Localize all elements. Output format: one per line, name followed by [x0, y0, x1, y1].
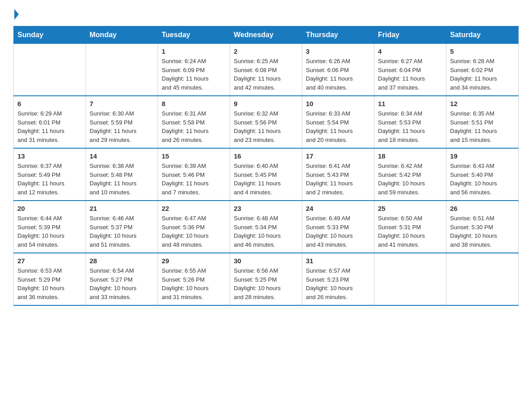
day-info: Sunrise: 6:28 AM Sunset: 6:02 PM Dayligh…	[450, 57, 515, 92]
weekday-header-monday: Monday	[86, 26, 158, 44]
day-info: Sunrise: 6:24 AM Sunset: 6:09 PM Dayligh…	[162, 57, 226, 92]
day-number: 13	[17, 152, 82, 160]
day-info: Sunrise: 6:42 AM Sunset: 5:42 PM Dayligh…	[378, 162, 442, 197]
day-number: 24	[306, 205, 370, 212]
page-header	[13, 9, 519, 21]
day-number: 18	[378, 152, 442, 160]
day-info: Sunrise: 6:34 AM Sunset: 5:53 PM Dayligh…	[378, 109, 442, 144]
calendar-cell	[86, 44, 158, 96]
day-number: 30	[234, 257, 298, 265]
day-number: 19	[450, 152, 515, 160]
calendar-cell: 18Sunrise: 6:42 AM Sunset: 5:42 PM Dayli…	[374, 148, 446, 201]
weekday-header-wednesday: Wednesday	[230, 26, 302, 44]
calendar-cell: 29Sunrise: 6:55 AM Sunset: 5:26 PM Dayli…	[158, 253, 230, 305]
day-number: 8	[162, 100, 226, 107]
calendar-cell: 27Sunrise: 6:53 AM Sunset: 5:29 PM Dayli…	[14, 253, 86, 305]
day-info: Sunrise: 6:35 AM Sunset: 5:51 PM Dayligh…	[450, 109, 515, 144]
day-number: 31	[306, 257, 370, 265]
day-info: Sunrise: 6:51 AM Sunset: 5:30 PM Dayligh…	[450, 214, 515, 249]
calendar-cell: 16Sunrise: 6:40 AM Sunset: 5:45 PM Dayli…	[230, 148, 302, 201]
weekday-header-tuesday: Tuesday	[158, 26, 230, 44]
day-number: 25	[378, 205, 442, 212]
weekday-header-saturday: Saturday	[446, 26, 519, 44]
day-number: 9	[234, 100, 298, 107]
calendar-cell: 13Sunrise: 6:37 AM Sunset: 5:49 PM Dayli…	[14, 148, 86, 201]
calendar-cell	[14, 44, 86, 96]
weekday-header-thursday: Thursday	[302, 26, 374, 44]
day-info: Sunrise: 6:46 AM Sunset: 5:37 PM Dayligh…	[90, 214, 154, 249]
day-number: 7	[90, 100, 154, 107]
day-number: 1	[162, 47, 226, 55]
day-info: Sunrise: 6:40 AM Sunset: 5:45 PM Dayligh…	[234, 162, 298, 197]
calendar-cell: 20Sunrise: 6:44 AM Sunset: 5:39 PM Dayli…	[14, 201, 86, 253]
calendar-week-row: 1Sunrise: 6:24 AM Sunset: 6:09 PM Daylig…	[14, 44, 519, 96]
day-number: 28	[90, 257, 154, 265]
day-info: Sunrise: 6:48 AM Sunset: 5:34 PM Dayligh…	[234, 214, 298, 249]
day-info: Sunrise: 6:38 AM Sunset: 5:48 PM Dayligh…	[90, 162, 154, 197]
calendar-cell: 8Sunrise: 6:31 AM Sunset: 5:58 PM Daylig…	[158, 96, 230, 148]
calendar-cell: 24Sunrise: 6:49 AM Sunset: 5:33 PM Dayli…	[302, 201, 374, 253]
weekday-header-friday: Friday	[374, 26, 446, 44]
calendar-cell: 22Sunrise: 6:47 AM Sunset: 5:36 PM Dayli…	[158, 201, 230, 253]
calendar-cell: 26Sunrise: 6:51 AM Sunset: 5:30 PM Dayli…	[446, 201, 519, 253]
calendar-cell: 14Sunrise: 6:38 AM Sunset: 5:48 PM Dayli…	[86, 148, 158, 201]
calendar-week-row: 13Sunrise: 6:37 AM Sunset: 5:49 PM Dayli…	[14, 148, 519, 201]
day-number: 10	[306, 100, 370, 107]
day-number: 3	[306, 47, 370, 55]
day-number: 5	[450, 47, 515, 55]
calendar-cell: 31Sunrise: 6:57 AM Sunset: 5:23 PM Dayli…	[302, 253, 374, 305]
day-number: 15	[162, 152, 226, 160]
day-info: Sunrise: 6:41 AM Sunset: 5:43 PM Dayligh…	[306, 162, 370, 197]
calendar-cell: 3Sunrise: 6:26 AM Sunset: 6:06 PM Daylig…	[302, 44, 374, 96]
day-number: 12	[450, 100, 515, 107]
logo-triangle-icon	[14, 9, 19, 20]
day-info: Sunrise: 6:50 AM Sunset: 5:31 PM Dayligh…	[378, 214, 442, 249]
day-number: 26	[450, 205, 515, 212]
day-info: Sunrise: 6:26 AM Sunset: 6:06 PM Dayligh…	[306, 57, 370, 92]
calendar-cell	[374, 253, 446, 305]
calendar-cell: 2Sunrise: 6:25 AM Sunset: 6:08 PM Daylig…	[230, 44, 302, 96]
day-info: Sunrise: 6:44 AM Sunset: 5:39 PM Dayligh…	[17, 214, 82, 249]
day-number: 17	[306, 152, 370, 160]
day-info: Sunrise: 6:43 AM Sunset: 5:40 PM Dayligh…	[450, 162, 515, 197]
day-info: Sunrise: 6:32 AM Sunset: 5:56 PM Dayligh…	[234, 109, 298, 144]
day-number: 23	[234, 205, 298, 212]
calendar-cell: 30Sunrise: 6:56 AM Sunset: 5:25 PM Dayli…	[230, 253, 302, 305]
day-number: 4	[378, 47, 442, 55]
calendar-cell: 19Sunrise: 6:43 AM Sunset: 5:40 PM Dayli…	[446, 148, 519, 201]
calendar-cell: 9Sunrise: 6:32 AM Sunset: 5:56 PM Daylig…	[230, 96, 302, 148]
calendar-cell: 17Sunrise: 6:41 AM Sunset: 5:43 PM Dayli…	[302, 148, 374, 201]
calendar-cell: 21Sunrise: 6:46 AM Sunset: 5:37 PM Dayli…	[86, 201, 158, 253]
day-number: 6	[17, 100, 82, 107]
day-info: Sunrise: 6:57 AM Sunset: 5:23 PM Dayligh…	[306, 266, 370, 301]
day-number: 16	[234, 152, 298, 160]
day-info: Sunrise: 6:54 AM Sunset: 5:27 PM Dayligh…	[90, 266, 154, 301]
calendar-week-row: 20Sunrise: 6:44 AM Sunset: 5:39 PM Dayli…	[14, 201, 519, 253]
calendar-cell	[446, 253, 519, 305]
day-number: 2	[234, 47, 298, 55]
day-info: Sunrise: 6:27 AM Sunset: 6:04 PM Dayligh…	[378, 57, 442, 92]
day-number: 22	[162, 205, 226, 212]
day-number: 14	[90, 152, 154, 160]
logo	[13, 9, 19, 21]
calendar-cell: 28Sunrise: 6:54 AM Sunset: 5:27 PM Dayli…	[86, 253, 158, 305]
calendar-table: SundayMondayTuesdayWednesdayThursdayFrid…	[13, 26, 519, 306]
day-number: 29	[162, 257, 226, 265]
day-number: 21	[90, 205, 154, 212]
day-info: Sunrise: 6:29 AM Sunset: 6:01 PM Dayligh…	[17, 109, 82, 144]
calendar-cell: 7Sunrise: 6:30 AM Sunset: 5:59 PM Daylig…	[86, 96, 158, 148]
day-info: Sunrise: 6:30 AM Sunset: 5:59 PM Dayligh…	[90, 109, 154, 144]
day-info: Sunrise: 6:49 AM Sunset: 5:33 PM Dayligh…	[306, 214, 370, 249]
day-info: Sunrise: 6:37 AM Sunset: 5:49 PM Dayligh…	[17, 162, 82, 197]
day-info: Sunrise: 6:25 AM Sunset: 6:08 PM Dayligh…	[234, 57, 298, 92]
weekday-header-row: SundayMondayTuesdayWednesdayThursdayFrid…	[14, 26, 519, 44]
calendar-cell: 23Sunrise: 6:48 AM Sunset: 5:34 PM Dayli…	[230, 201, 302, 253]
day-info: Sunrise: 6:56 AM Sunset: 5:25 PM Dayligh…	[234, 266, 298, 301]
calendar-cell: 10Sunrise: 6:33 AM Sunset: 5:54 PM Dayli…	[302, 96, 374, 148]
day-info: Sunrise: 6:39 AM Sunset: 5:46 PM Dayligh…	[162, 162, 226, 197]
day-info: Sunrise: 6:31 AM Sunset: 5:58 PM Dayligh…	[162, 109, 226, 144]
calendar-cell: 1Sunrise: 6:24 AM Sunset: 6:09 PM Daylig…	[158, 44, 230, 96]
day-number: 20	[17, 205, 82, 212]
day-info: Sunrise: 6:47 AM Sunset: 5:36 PM Dayligh…	[162, 214, 226, 249]
calendar-cell: 12Sunrise: 6:35 AM Sunset: 5:51 PM Dayli…	[446, 96, 519, 148]
